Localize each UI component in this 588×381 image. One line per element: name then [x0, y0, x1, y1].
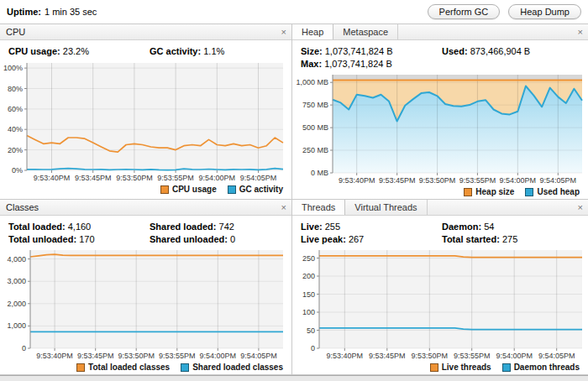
cpu-chart: 0%20%40%60%80%100%9:53:40PM9:53:45PM9:53…: [2, 59, 287, 183]
threads-legend: Live threads Daemon threads: [292, 361, 588, 374]
svg-text:9:53:45PM: 9:53:45PM: [369, 352, 406, 360]
classes-panel: Classes × Total loaded: 4,160 Shared loa…: [0, 200, 291, 374]
tab-metaspace[interactable]: Metaspace: [333, 24, 398, 39]
svg-text:9:54:00PM: 9:54:00PM: [199, 174, 236, 182]
svg-text:9:54:05PM: 9:54:05PM: [540, 176, 577, 185]
cpu-chart-wrap: 0%20%40%60%80%100%9:53:40PM9:53:45PM9:53…: [0, 59, 291, 183]
svg-text:9:53:50PM: 9:53:50PM: [419, 176, 456, 185]
svg-text:9:53:50PM: 9:53:50PM: [118, 352, 155, 360]
cpu-usage-stat: CPU usage: 23.2%: [8, 46, 150, 56]
svg-text:60%: 60%: [8, 105, 23, 113]
shared-unloaded-stat: Shared unloaded: 0: [150, 234, 291, 244]
svg-text:250: 250: [302, 254, 315, 263]
svg-text:40%: 40%: [8, 125, 23, 133]
total-loaded-stat: Total loaded: 4,160: [8, 222, 150, 232]
legend-item: Total loaded classes: [76, 363, 170, 372]
svg-text:250 MB: 250 MB: [302, 146, 328, 154]
threads-panel: Threads Virtual Threads × Live: 255 Daem…: [292, 200, 588, 374]
classes-stats: Total loaded: 4,160 Shared loaded: 742 T…: [0, 216, 291, 247]
classes-chart: 01,0002,0003,0004,0009:53:40PM9:53:45PM9…: [2, 247, 287, 361]
heap-chart: 0 MB250 MB500 MB750 MB1,000 MB9:53:40PM9…: [294, 71, 586, 185]
classes-legend: Total loaded classes Shared loaded class…: [0, 361, 291, 374]
close-icon[interactable]: ×: [573, 24, 588, 39]
svg-text:9:53:45PM: 9:53:45PM: [75, 174, 112, 182]
cpu-panel: CPU × CPU usage: 23.2% GC activity: 1.1%…: [0, 24, 291, 199]
svg-text:0: 0: [22, 344, 26, 352]
live-peak-stat: Live peak: 267: [301, 234, 442, 244]
svg-text:750 MB: 750 MB: [302, 101, 328, 109]
svg-text:9:54:00PM: 9:54:00PM: [200, 352, 237, 360]
close-icon[interactable]: ×: [573, 200, 588, 215]
status-bar: [0, 375, 588, 381]
legend-swatch-blue: [502, 363, 511, 372]
gc-activity-stat: GC activity: 1.1%: [150, 46, 291, 56]
svg-text:9:54:00PM: 9:54:00PM: [500, 176, 537, 185]
svg-text:100: 100: [302, 308, 315, 316]
tab-threads[interactable]: Threads: [292, 200, 345, 215]
svg-text:9:54:05PM: 9:54:05PM: [240, 174, 277, 182]
svg-text:50: 50: [307, 326, 315, 335]
panels-grid: CPU × CPU usage: 23.2% GC activity: 1.1%…: [0, 23, 588, 375]
svg-text:9:54:05PM: 9:54:05PM: [538, 352, 575, 360]
tab-virtual-threads[interactable]: Virtual Threads: [345, 200, 427, 215]
svg-text:1,000: 1,000: [7, 321, 26, 330]
svg-text:200: 200: [302, 272, 315, 280]
perform-gc-button[interactable]: Perform GC: [428, 4, 501, 19]
close-icon[interactable]: ×: [276, 200, 291, 215]
svg-text:20%: 20%: [8, 146, 23, 154]
svg-text:9:53:45PM: 9:53:45PM: [77, 352, 114, 360]
legend-swatch-blue: [228, 185, 236, 194]
classes-chart-wrap: 01,0002,0003,0004,0009:53:40PM9:53:45PM9…: [0, 247, 291, 361]
threads-stats: Live: 255 Daemon: 54 Live peak: 267 Tota…: [292, 216, 588, 247]
daemon-stat: Daemon: 54: [442, 222, 588, 232]
threads-panel-header: Threads Virtual Threads ×: [292, 200, 588, 216]
heap-chart-wrap: 0 MB250 MB500 MB750 MB1,000 MB9:53:40PM9…: [292, 71, 588, 185]
threads-chart: 0501001502002509:53:40PM9:53:45PM9:53:50…: [294, 247, 586, 361]
total-started-stat: Total started: 275: [442, 234, 588, 244]
svg-text:9:53:45PM: 9:53:45PM: [379, 176, 416, 185]
svg-text:9:53:40PM: 9:53:40PM: [339, 176, 375, 185]
svg-text:100%: 100%: [3, 64, 23, 72]
legend-swatch-orange: [76, 363, 85, 372]
header-spacer: [428, 200, 573, 215]
heap-panel-header: Heap Metaspace ×: [292, 24, 588, 40]
legend-swatch-blue: [525, 188, 533, 196]
monitor-window: Uptime:1 min 35 sec Perform GC Heap Dump…: [0, 0, 588, 381]
toolbar: Uptime:1 min 35 sec Perform GC Heap Dump: [0, 0, 588, 23]
svg-text:0: 0: [311, 344, 315, 352]
svg-text:150: 150: [302, 290, 315, 299]
svg-text:9:53:55PM: 9:53:55PM: [159, 352, 196, 360]
svg-text:500 MB: 500 MB: [302, 123, 328, 132]
classes-panel-title: Classes: [0, 200, 276, 215]
heap-stats: Size: 1,073,741,824 B Used: 873,466,904 …: [292, 40, 588, 71]
legend-swatch-blue: [181, 363, 189, 372]
heap-empty-stat: [442, 59, 588, 69]
classes-panel-header: Classes ×: [0, 200, 291, 216]
heap-dump-button[interactable]: Heap Dump: [508, 4, 581, 19]
svg-text:9:53:55PM: 9:53:55PM: [459, 176, 496, 185]
header-spacer: [398, 24, 572, 39]
uptime: Uptime:1 min 35 sec: [7, 7, 97, 17]
svg-text:3,000: 3,000: [7, 277, 26, 285]
svg-text:9:53:55PM: 9:53:55PM: [157, 174, 194, 182]
svg-text:9:53:55PM: 9:53:55PM: [454, 352, 491, 360]
legend-item: Used heap: [525, 187, 580, 196]
svg-text:9:53:50PM: 9:53:50PM: [412, 352, 449, 360]
heap-legend: Heap size Used heap: [292, 185, 588, 199]
threads-chart-wrap: 0501001502002509:53:40PM9:53:45PM9:53:50…: [292, 247, 588, 361]
heap-used-stat: Used: 873,466,904 B: [442, 46, 588, 56]
cpu-legend: CPU usage GC activity: [0, 183, 291, 196]
legend-item: CPU usage: [160, 185, 217, 194]
uptime-label: Uptime:: [7, 7, 41, 17]
heap-max-stat: Max: 1,073,741,824 B: [301, 59, 442, 69]
svg-text:2,000: 2,000: [7, 300, 26, 308]
tab-heap[interactable]: Heap: [292, 24, 333, 39]
legend-item: Daemon threads: [502, 363, 580, 372]
svg-text:9:54:05PM: 9:54:05PM: [240, 352, 277, 360]
svg-text:0%: 0%: [12, 166, 23, 175]
shared-loaded-stat: Shared loaded: 742: [150, 222, 291, 232]
svg-text:1,000 MB: 1,000 MB: [296, 78, 328, 86]
svg-text:9:54:00PM: 9:54:00PM: [496, 352, 533, 360]
cpu-panel-title: CPU: [0, 24, 276, 39]
close-icon[interactable]: ×: [276, 24, 291, 39]
